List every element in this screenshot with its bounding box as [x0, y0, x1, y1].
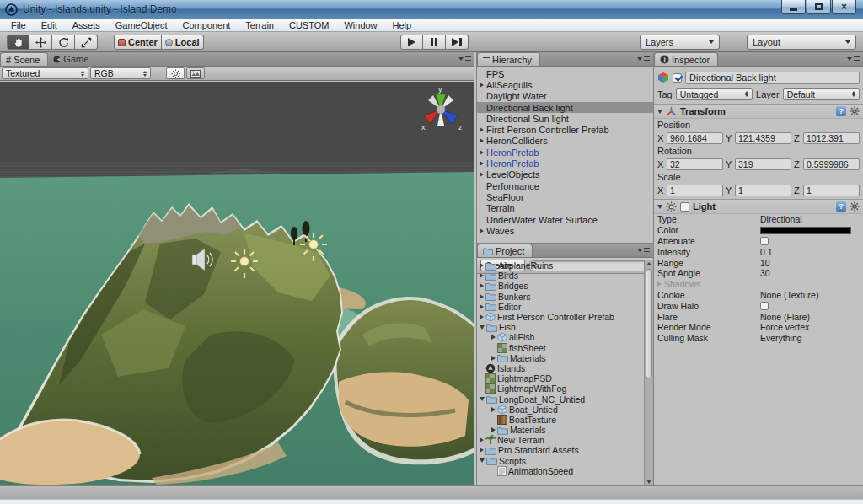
foldout-icon[interactable]	[657, 281, 662, 287]
project-item-first-person-controller-prefab[interactable]: First Person Controller Prefab	[477, 312, 644, 322]
object-active-checkbox[interactable]	[673, 73, 682, 83]
foldout-icon[interactable]	[480, 314, 484, 319]
light-component-header[interactable]: Light ?	[654, 199, 863, 214]
foldout-icon[interactable]	[480, 273, 484, 278]
foldout-icon[interactable]	[480, 138, 484, 143]
step-button[interactable]	[446, 35, 469, 50]
project-item-materials[interactable]: Materials	[477, 353, 644, 363]
scene-viewport[interactable]: x y z	[0, 82, 474, 485]
layout-dropdown[interactable]: Layout	[747, 35, 856, 50]
scene-panel-menu[interactable]	[458, 56, 471, 61]
close-button[interactable]: ×	[832, 0, 856, 14]
position-z-field[interactable]: 1012.391	[803, 132, 860, 144]
foldout-icon[interactable]	[491, 335, 496, 340]
foldout-icon[interactable]	[480, 263, 484, 268]
position-x-field[interactable]: 960.1684	[667, 132, 723, 144]
foldout-icon[interactable]	[480, 283, 484, 288]
object-name-field[interactable]: Directional Back light	[685, 72, 860, 84]
menu-component[interactable]: Component	[174, 20, 238, 30]
project-item-pro-standard-assets[interactable]: Pro Standard Assets	[477, 445, 644, 455]
foldout-icon[interactable]	[491, 407, 496, 412]
project-panel-menu[interactable]	[637, 248, 650, 252]
hierarchy-item-heroncolliders[interactable]: HeronColliders	[477, 136, 653, 147]
hierarchy-item-heronprefab[interactable]: HeronPrefab	[477, 158, 653, 169]
spot-angle-value[interactable]: 30	[760, 268, 770, 278]
foldout-icon[interactable]	[480, 228, 484, 233]
hierarchy-item-allseagulls[interactable]: AllSeagulls	[477, 79, 653, 90]
foldout-icon[interactable]	[480, 397, 485, 401]
foldout-icon[interactable]	[480, 458, 485, 463]
tab-inspector[interactable]: i Inspector	[654, 52, 718, 66]
project-item-longboat-nc-untied[interactable]: LongBoat_NC_Untied	[477, 394, 644, 404]
foldout-icon[interactable]	[480, 161, 484, 166]
tag-dropdown[interactable]: Untagged	[676, 88, 753, 100]
project-item-birds[interactable]: Birds	[477, 271, 644, 281]
help-icon[interactable]: ?	[836, 106, 846, 116]
project-item-allfish[interactable]: allFish	[477, 332, 644, 342]
project-item-bridges[interactable]: Bridges	[477, 281, 644, 291]
move-tool-button[interactable]	[29, 35, 52, 50]
project-item-bunkers[interactable]: Bunkers	[477, 292, 644, 302]
foldout-icon[interactable]	[491, 356, 496, 361]
menu-custom[interactable]: CUSTOM	[281, 20, 336, 30]
foldout-icon[interactable]	[480, 304, 484, 309]
range-value[interactable]: 10	[760, 258, 770, 268]
gear-icon[interactable]	[850, 201, 860, 212]
project-item-airplaneruins[interactable]: AirplaneRuins	[477, 260, 644, 271]
project-item-animationspeed[interactable]: AnimationSpeed	[477, 466, 644, 476]
foldout-icon[interactable]	[480, 172, 484, 177]
project-item-materials[interactable]: Materials	[477, 425, 644, 435]
menu-gameobject[interactable]: GameObject	[108, 20, 175, 30]
scale-y-field[interactable]: 1	[735, 185, 791, 196]
gear-icon[interactable]	[850, 106, 860, 116]
foldout-icon[interactable]	[480, 83, 484, 88]
intensity-value[interactable]: 0.1	[760, 247, 773, 257]
rotation-z-field[interactable]: 0.5999986	[803, 158, 860, 170]
project-scrollbar[interactable]	[644, 260, 653, 485]
inspector-panel-menu[interactable]	[847, 56, 860, 61]
hierarchy-item-terrain[interactable]: Terrain	[477, 203, 653, 214]
tab-scene[interactable]: # Scene	[0, 52, 48, 66]
rotation-y-field[interactable]: 319	[735, 158, 791, 170]
scrollbar-thumb[interactable]	[646, 269, 652, 378]
project-item-boattexture[interactable]: BoatTexture	[477, 415, 644, 425]
project-item-fishsheet[interactable]: fishSheet	[477, 343, 644, 353]
project-item-new-terrain[interactable]: New Terrain	[477, 435, 644, 445]
hierarchy-item-first-person-controller-prefab[interactable]: First Person Controller Prefab	[477, 124, 653, 135]
foldout-icon[interactable]	[480, 448, 484, 453]
foldout-icon[interactable]	[480, 325, 485, 330]
pivot-local-button[interactable]: Local	[162, 35, 204, 50]
project-item-scripts[interactable]: Scripts	[477, 456, 644, 466]
position-y-field[interactable]: 121.4359	[735, 132, 791, 144]
project-item-boat-untied[interactable]: Boat_Untied	[477, 405, 644, 415]
hierarchy-item-seafloor[interactable]: SeaFloor	[477, 191, 653, 202]
hierarchy-item-fps[interactable]: FPS	[477, 68, 653, 79]
project-item-editor[interactable]: Editor	[477, 302, 644, 312]
minimize-button[interactable]	[781, 0, 806, 14]
foldout-icon[interactable]	[480, 127, 484, 132]
hierarchy-panel-menu[interactable]	[637, 56, 650, 61]
hierarchy-item-waves[interactable]: Waves	[477, 225, 653, 236]
rotate-tool-button[interactable]	[52, 35, 75, 50]
menu-edit[interactable]: Edit	[34, 20, 65, 30]
tab-hierarchy[interactable]: Hierarchy	[477, 52, 540, 66]
draw-halo-checkbox[interactable]	[760, 302, 769, 310]
hierarchy-item-heronprefab[interactable]: HeronPrefab	[477, 147, 653, 158]
scale-z-field[interactable]: 1	[803, 185, 860, 196]
tab-game[interactable]: Game	[48, 52, 96, 66]
scale-x-field[interactable]: 1	[667, 185, 723, 196]
hierarchy-item-performance[interactable]: Performance	[477, 180, 653, 191]
layer-dropdown[interactable]: Default	[783, 88, 860, 100]
menu-help[interactable]: Help	[385, 20, 420, 30]
menu-file[interactable]: File	[3, 20, 34, 30]
hierarchy-item-directional-back-light[interactable]: Directional Back light	[477, 102, 653, 113]
pause-button[interactable]	[423, 35, 446, 50]
rotation-x-field[interactable]: 32	[667, 158, 723, 170]
project-item-lightmapwithfog[interactable]: LightmapWithFog	[477, 383, 644, 394]
maximize-button[interactable]	[807, 0, 831, 14]
light-color-swatch[interactable]	[760, 227, 851, 234]
transform-component-header[interactable]: Transform ?	[654, 104, 863, 119]
hierarchy-item-directional-sun-light[interactable]: Directional Sun light	[477, 113, 653, 124]
flare-value[interactable]: None (Flare)	[760, 312, 810, 322]
play-button[interactable]	[400, 35, 423, 50]
